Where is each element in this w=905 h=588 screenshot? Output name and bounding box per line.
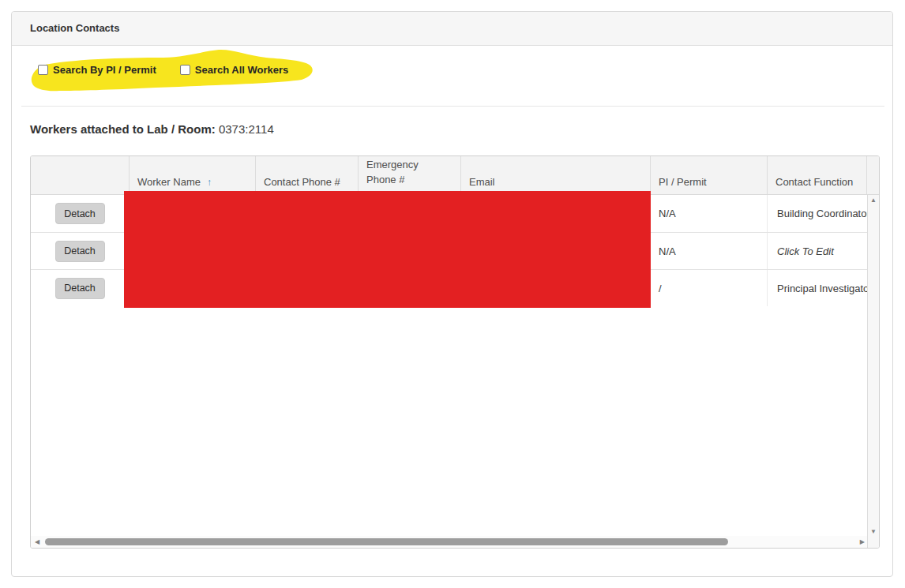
redaction-overlay <box>124 191 651 308</box>
contact-function-cell[interactable]: Click To Edit <box>768 233 879 269</box>
scroll-up-icon[interactable]: ▲ <box>870 197 877 204</box>
search-all-workers-label: Search All Workers <box>195 64 289 76</box>
column-header-contact-function[interactable]: Contact Function <box>768 156 867 194</box>
vertical-scrollbar[interactable]: ▲ ▼ <box>867 195 879 537</box>
sort-ascending-icon: ↑ <box>207 177 212 188</box>
search-options-row: Search By PI / Permit Search All Workers <box>12 46 892 106</box>
pi-permit-cell: N/A <box>651 195 768 232</box>
workers-grid: Worker Name ↑ Contact Phone # Emergency … <box>30 155 880 549</box>
horizontal-scroll-thumb[interactable] <box>45 538 728 545</box>
horizontal-scrollbar[interactable]: ◀ ▶ <box>31 536 869 548</box>
header-scrollbar-cap <box>867 156 879 194</box>
scroll-down-icon[interactable]: ▼ <box>870 529 877 535</box>
column-header-email[interactable]: Email <box>461 156 651 194</box>
search-by-pi-permit-checkbox[interactable] <box>38 65 48 75</box>
scroll-right-icon[interactable]: ▶ <box>860 539 865 545</box>
search-all-workers-checkbox[interactable] <box>180 65 190 75</box>
grid-header-row: Worker Name ↑ Contact Phone # Emergency … <box>31 156 879 195</box>
column-header-contact-phone[interactable]: Contact Phone # <box>256 156 359 194</box>
scrollbar-corner <box>867 536 879 548</box>
actions-cell: Detach <box>31 195 130 232</box>
search-all-workers-option: Search All Workers <box>180 64 289 76</box>
detach-button[interactable]: Detach <box>55 241 105 262</box>
workers-section-heading: Workers attached to Lab / Room: 0373:211… <box>30 122 274 136</box>
location-contacts-panel: Location Contacts Search By PI / Permit … <box>11 11 893 577</box>
contact-function-cell[interactable]: Principal Investigator <box>768 270 879 306</box>
actions-cell: Detach <box>31 270 130 306</box>
column-header-actions <box>31 156 130 194</box>
panel-title: Location Contacts <box>12 12 892 46</box>
column-header-emergency-phone[interactable]: Emergency Phone # <box>359 156 461 194</box>
column-header-worker-name[interactable]: Worker Name ↑ <box>130 156 256 194</box>
column-header-pi-permit[interactable]: PI / Permit <box>651 156 768 194</box>
section-divider <box>21 106 884 107</box>
actions-cell: Detach <box>31 233 130 269</box>
detach-button[interactable]: Detach <box>55 278 105 299</box>
heading-label: Workers attached to Lab / Room: <box>30 122 216 136</box>
detach-button[interactable]: Detach <box>55 203 105 224</box>
search-by-pi-permit-option: Search By PI / Permit <box>38 64 156 76</box>
search-by-pi-permit-label: Search By PI / Permit <box>53 64 156 76</box>
lab-room-value: 0373:2114 <box>219 122 274 136</box>
contact-function-cell[interactable]: Building Coordinator <box>768 195 879 232</box>
pi-permit-cell: / <box>651 270 768 306</box>
pi-permit-cell: N/A <box>651 233 768 269</box>
worker-name-header-label: Worker Name <box>137 176 201 188</box>
scroll-left-icon[interactable]: ◀ <box>35 539 39 545</box>
